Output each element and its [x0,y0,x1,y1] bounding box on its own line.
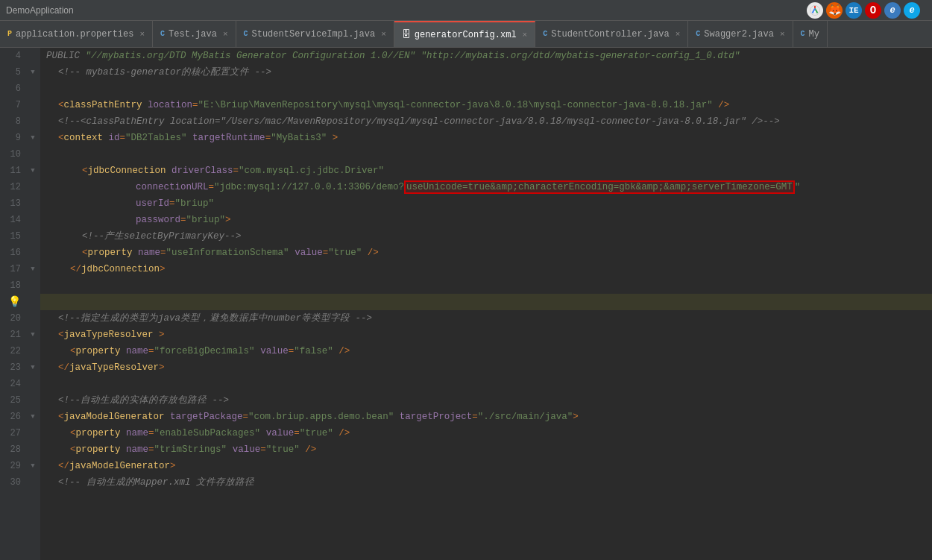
tab-label: StudentController.java [551,29,669,40]
line-num-26: 26 [3,409,21,425]
code-line-21: <javaTypeResolver > [40,327,932,343]
tab-label: generatorConfig.xml [415,30,517,40]
firefox-icon[interactable]: 🦊 [826,2,843,19]
tab-close-service[interactable]: × [381,30,386,39]
line-num-20: 20 [3,310,21,327]
line-num-21: 21 [3,327,21,343]
tab-student-service[interactable]: C StudentServiceImpl.java × [236,21,394,47]
tab-icon-java2: C [244,30,248,38]
line-num-15: 15 [3,228,21,245]
edge-icon[interactable]: e [904,2,920,19]
code-line-10 [40,146,932,163]
code-line-12: connectionURL="jdbc:mysql://127.0.0.1:33… [40,179,932,195]
tab-icon-java4: C [696,30,700,38]
chrome-icon[interactable] [807,2,823,19]
code-line-15: <!--产生selectByPrimaryKey--> [40,228,932,245]
code-line-22: <property name="forceBigDecimals" value=… [40,343,932,359]
fold-29[interactable]: ▼ [28,462,37,470]
app-bar: DemoApplication 🦊 IE O e e [0,0,932,21]
line-num-7: 7 [3,97,21,113]
safari-icon[interactable]: IE [846,2,862,19]
lightbulb-icon: 💡 [8,294,21,310]
tab-application-properties[interactable]: P application.properties × [0,21,153,47]
line-num-9: 9 [3,130,21,146]
opera-icon[interactable]: O [865,2,881,19]
line-num-17: 17 [3,261,21,277]
browser-icons-group: 🦊 IE O e e [801,2,926,19]
code-line-14: password="briup"> [40,212,932,228]
code-line-19 [40,294,932,310]
code-line-5: <!-- mybatis-generator的核心配置文件 --> [40,64,932,81]
tab-close-config[interactable]: × [523,31,528,40]
red-highlight-url: useUnicode=true&amp;characterEncoding=gb… [404,180,795,194]
code-line-9: <context id="DB2Tables" targetRuntime="M… [40,130,932,146]
code-line-13: userId="briup" [40,195,932,212]
tab-swagger2[interactable]: C Swagger2.java × [688,21,793,47]
tab-label: StudentServiceImpl.java [252,29,376,40]
tab-bar: P application.properties × C Test.java ×… [0,21,932,48]
line-num-27: 27 [3,425,21,441]
tab-test-java[interactable]: C Test.java × [153,21,236,47]
code-line-24 [40,376,932,392]
line-num-16: 16 [3,245,21,261]
line-num-24: 24 [3,376,21,392]
line-num-4: 4 [3,48,21,64]
fold-5[interactable]: ▼ [28,69,37,76]
fold-23[interactable]: ▼ [28,364,37,371]
line-num-14: 14 [3,212,21,228]
line-num-22: 22 [3,343,21,359]
code-line-7: <classPathEntry location="E:\Briup\Maven… [40,97,932,113]
code-line-17: </jdbcConnection> [40,261,932,277]
fold-17[interactable]: ▼ [28,265,37,273]
line-num-13: 13 [3,195,21,212]
fold-9[interactable]: ▼ [28,134,37,142]
code-line-30: <!-- 自动生成的Mapper.xml 文件存放路径 [40,474,932,491]
tab-close-controller[interactable]: × [676,30,681,39]
line-num-10: 10 [3,146,21,163]
line-num-19: 💡 [3,294,21,310]
fold-11[interactable]: ▼ [28,167,37,174]
code-line-28: <property name="trimStrings" value="true… [40,441,932,458]
tab-icon-xml: 🗄 [402,29,411,40]
code-line-18 [40,277,932,294]
fold-21[interactable]: ▼ [28,331,37,339]
code-editor[interactable]: 4 5 6 7 8 9 10 11 12 13 14 15 16 17 18 💡… [0,48,932,560]
tab-generator-config[interactable]: 🗄 generatorConfig.xml × [394,21,535,47]
tab-close-swagger[interactable]: × [780,30,785,39]
line-num-11: 11 [3,163,21,179]
code-line-27: <property name="enableSubPackages" value… [40,425,932,441]
tab-close-props[interactable]: × [139,30,145,39]
tab-close-test[interactable]: × [223,30,228,39]
line-num-30: 30 [3,474,21,491]
code-line-8: <!--<classPathEntry location="/Users/mac… [40,113,932,130]
line-num-18: 18 [3,277,21,294]
tab-student-controller[interactable]: C StudentController.java × [535,21,688,47]
code-line-6 [40,81,932,97]
code-line-4: PUBLIC "//mybatis.org/DTD MyBatis Genera… [40,48,932,64]
tab-label: Test.java [169,29,217,40]
tab-label: My [809,29,819,40]
line-num-12: 12 [3,179,21,195]
tab-label: Swagger2.java [704,29,774,40]
code-line-16: <property name="useInformationSchema" va… [40,245,932,261]
tab-icon-props: P [7,30,12,38]
code-text-area[interactable]: PUBLIC "//mybatis.org/DTD MyBatis Genera… [40,48,932,560]
code-line-23: </javaTypeResolver> [40,359,932,376]
line-numbers-gutter: 4 5 6 7 8 9 10 11 12 13 14 15 16 17 18 💡… [0,48,27,560]
line-num-28: 28 [3,441,21,458]
tab-my[interactable]: C My [793,21,828,47]
line-num-29: 29 [3,458,21,474]
app-title: DemoApplication [6,5,74,16]
code-line-20: <!--指定生成的类型为java类型，避免数据库中number等类型字段 --> [40,310,932,327]
code-line-11: <jdbcConnection driverClass="com.mysql.c… [40,163,932,179]
fold-26[interactable]: ▼ [28,413,37,421]
line-num-25: 25 [3,392,21,409]
tab-icon-java3: C [543,30,547,38]
tab-label: application.properties [16,29,133,40]
line-num-5: 5 [3,64,21,81]
ie-icon[interactable]: e [884,2,901,19]
code-line-25: <!--自动生成的实体的存放包路径 --> [40,392,932,409]
code-line-26: <javaModelGenerator targetPackage="com.b… [40,409,932,425]
line-num-23: 23 [3,359,21,376]
fold-gutter: ▼ ▼ ▼ ▼ ▼ ▼ ▼ ▼ [27,48,40,560]
